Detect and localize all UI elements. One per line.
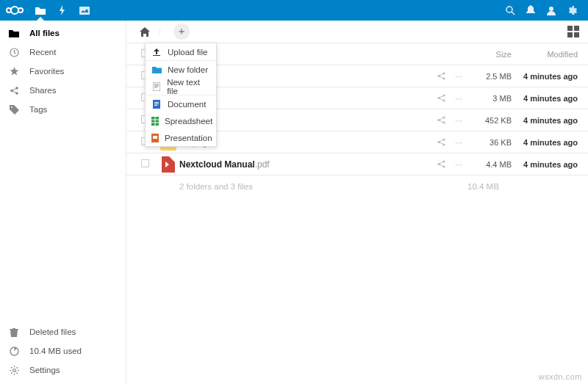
summary-text: 2 folders and 3 files	[179, 182, 253, 191]
svg-line-20	[11, 372, 12, 374]
svg-rect-44	[154, 104, 159, 104]
home-icon[interactable]	[140, 27, 150, 37]
settings-gear-icon[interactable]	[563, 0, 581, 21]
file-size: 36 KB	[467, 138, 512, 147]
sidebar-item-tags[interactable]: Tags	[0, 100, 126, 119]
sidebar-item-label: Tags	[29, 105, 47, 114]
share-icon[interactable]	[432, 159, 450, 169]
sidebar: All files Recent Favorites Shares Tags D…	[0, 21, 126, 384]
svg-point-22	[437, 75, 440, 77]
sidebar-item-label: Settings	[29, 366, 60, 374]
more-icon[interactable]: ···	[450, 159, 467, 170]
sidebar-item-shares[interactable]: Shares	[0, 81, 126, 100]
svg-point-23	[442, 72, 445, 74]
col-header-size[interactable]: Size	[467, 50, 512, 59]
sidebar-item-label: Shares	[29, 86, 56, 95]
menu-new-folder[interactable]: New folder	[146, 61, 216, 78]
summary-size: 10.4 MB	[467, 182, 578, 191]
menu-new-document[interactable]: Document	[146, 95, 216, 112]
contacts-icon[interactable]	[542, 0, 560, 21]
sidebar-deleted-files[interactable]: Deleted files	[0, 322, 126, 341]
share-icon[interactable]	[432, 71, 450, 81]
upload-icon	[151, 48, 162, 57]
file-name: Nextcloud Manual	[179, 159, 255, 170]
presentation-icon	[151, 134, 159, 142]
more-icon[interactable]: ···	[450, 115, 467, 126]
table-row[interactable]: Nextcloud Manual.pdf ··· 4.4 MB 4 minute…	[126, 153, 588, 175]
file-modified: 4 minutes ago	[512, 138, 578, 147]
svg-point-35	[437, 163, 440, 165]
share-icon[interactable]	[432, 93, 450, 103]
notifications-icon[interactable]	[522, 0, 539, 21]
folder-icon	[151, 66, 162, 73]
top-right-icons	[501, 0, 588, 21]
sidebar-item-favorites[interactable]: Favorites	[0, 62, 126, 81]
svg-point-2	[18, 8, 23, 12]
menu-new-spreadsheet[interactable]: Spreadsheet	[146, 112, 216, 129]
textfile-icon	[151, 82, 161, 91]
app-activity[interactable]	[51, 0, 74, 21]
file-modified: 4 minutes ago	[512, 116, 578, 125]
sidebar-item-all-files[interactable]: All files	[0, 23, 126, 43]
breadcrumb-separator: 〉	[157, 26, 166, 38]
spreadsheet-icon	[151, 117, 159, 126]
svg-point-31	[442, 121, 445, 123]
more-icon[interactable]: ···	[450, 93, 467, 104]
svg-line-21	[16, 367, 18, 369]
svg-point-24	[442, 77, 445, 79]
sidebar-settings[interactable]: Settings	[0, 361, 126, 380]
svg-point-32	[437, 141, 440, 143]
share-icon[interactable]	[432, 115, 450, 125]
app-switcher	[29, 0, 96, 21]
app-gallery[interactable]	[74, 0, 96, 21]
svg-point-13	[12, 369, 15, 372]
menu-upload-file[interactable]: Upload file	[146, 43, 216, 60]
svg-point-33	[442, 138, 445, 140]
col-header-name[interactable]: ▴	[179, 49, 432, 59]
svg-point-34	[442, 143, 445, 145]
menu-new-text-file[interactable]: New text file	[146, 78, 216, 95]
svg-rect-38	[153, 82, 160, 91]
more-icon[interactable]: ···	[450, 137, 467, 148]
search-icon[interactable]	[501, 0, 519, 21]
svg-point-10	[15, 92, 18, 95]
sidebar-item-label: 10.4 MB used	[29, 347, 82, 355]
svg-point-36	[442, 160, 445, 162]
svg-point-4	[506, 7, 512, 12]
more-icon[interactable]: ···	[450, 71, 467, 81]
row-checkbox[interactable]	[141, 159, 149, 167]
file-modified: 4 minutes ago	[512, 94, 578, 103]
add-button[interactable]: ＋	[173, 23, 190, 40]
breadcrumb-bar: 〉 ＋	[126, 21, 588, 43]
folder-icon	[9, 29, 19, 37]
share-icon	[9, 86, 19, 95]
svg-line-19	[16, 372, 18, 374]
svg-point-9	[15, 87, 18, 90]
file-size: 4.4 MB	[467, 160, 512, 169]
tag-icon	[9, 105, 19, 115]
col-header-modified[interactable]: Modified	[512, 50, 578, 59]
trash-icon	[9, 327, 19, 337]
sidebar-quota: 10.4 MB used	[0, 341, 126, 361]
svg-point-11	[11, 106, 12, 108]
sidebar-item-label: All files	[29, 29, 60, 37]
sidebar-item-label: Recent	[29, 48, 56, 57]
svg-rect-3	[79, 7, 90, 15]
svg-point-6	[549, 7, 553, 11]
table-summary: 2 folders and 3 files 10.4 MB	[126, 175, 588, 197]
svg-line-5	[512, 12, 514, 15]
share-icon[interactable]	[432, 137, 450, 147]
svg-rect-51	[153, 136, 157, 139]
file-size: 2.5 MB	[467, 72, 512, 81]
sidebar-item-recent[interactable]: Recent	[0, 43, 126, 62]
svg-rect-45	[154, 105, 157, 106]
add-menu: Upload file New folder New text file Doc…	[145, 43, 217, 147]
svg-point-37	[442, 165, 445, 167]
app-files[interactable]	[29, 0, 51, 21]
svg-point-1	[11, 7, 18, 14]
clock-icon	[9, 48, 19, 57]
grid-view-icon[interactable]	[567, 26, 579, 37]
file-size: 3 MB	[467, 94, 512, 103]
pdf-icon	[162, 156, 175, 173]
menu-new-presentation[interactable]: Presentation	[146, 129, 216, 146]
